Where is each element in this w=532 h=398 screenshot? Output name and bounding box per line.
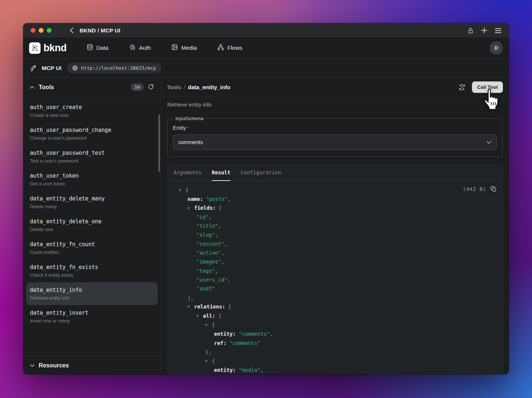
tools-sidebar: Tools 50 auth_user_create Create a new u…	[23, 78, 161, 374]
mcp-ui-bar: MCP UI http://localhost:28623/mcp	[23, 58, 509, 78]
json-line[interactable]: title,	[174, 221, 496, 230]
database-icon	[87, 44, 93, 52]
tool-name: auth_user_create	[30, 104, 154, 111]
tool-summary: Retrieve entity info	[167, 102, 503, 108]
tools-section-title: Tools	[39, 84, 54, 91]
json-line[interactable]: entitycomments,	[174, 329, 496, 338]
zoom-window-button[interactable]	[47, 28, 52, 33]
nav-item-label: Flows	[227, 45, 242, 51]
tool-detail-header: Tools / data_entity_info Call Tool	[161, 78, 509, 97]
json-line[interactable]: refcomments	[174, 339, 496, 348]
tool-list-item[interactable]: auth_user_password_change Change a user'…	[26, 122, 158, 145]
traffic-lights	[31, 28, 52, 33]
desktop-wallpaper: { "window": { "title": "BKND / MCP UI" }…	[0, 0, 532, 398]
tool-name: data_entity_insert	[30, 310, 154, 316]
expand-arrow-icon: ▼	[205, 321, 212, 329]
tool-list-item[interactable]: auth_user_create Create a new user	[26, 100, 158, 122]
tool-description: Test a user's password	[30, 158, 154, 164]
mcp-url-pill[interactable]: http://localhost:28623/mcp	[67, 63, 162, 73]
json-line[interactable]: nameposts,	[174, 195, 496, 203]
result-size-badge: (442 B)	[463, 186, 486, 192]
brand-logo[interactable]: bknd	[29, 42, 67, 54]
tool-list-item[interactable]: data_entity_delete_one Delete one	[26, 214, 158, 237]
entity-field-label: Entity*	[173, 125, 497, 131]
tools-section-header[interactable]: Tools 50	[23, 78, 161, 97]
tool-list-item[interactable]: auth_user_password_test Test a user's pa…	[26, 145, 158, 168]
tool-list-item[interactable]: data_entity_insert Insert one or many	[26, 305, 158, 328]
json-line[interactable]: content,	[174, 240, 496, 248]
tool-list-item[interactable]: data_entity_fn_exists Check if entity ex…	[26, 259, 158, 282]
refresh-icon	[148, 84, 154, 90]
breadcrumb-separator: /	[184, 84, 185, 90]
tool-description: Count entities	[30, 249, 154, 255]
resources-section-header[interactable]: Resources	[23, 356, 161, 374]
globe-icon	[72, 65, 78, 71]
back-button[interactable]	[69, 27, 74, 34]
result-tabs: Arguments Result Configuration	[168, 165, 502, 181]
tool-list-item[interactable]: auth_user_token Get a user token	[26, 168, 158, 191]
result-tab[interactable]: Result	[212, 165, 231, 181]
json-line[interactable]: ▼{	[174, 320, 496, 329]
json-line[interactable]: entitymedia,	[174, 366, 496, 374]
tool-description: Delete one	[30, 227, 154, 232]
call-tool-button[interactable]: Call Tool	[472, 81, 503, 93]
mcp-icon	[30, 65, 36, 71]
tools-count-badge: 50	[131, 83, 144, 91]
json-tree: ▼{nameposts,▼fields[id,title,slug,conten…	[174, 185, 496, 374]
tool-description: Retrieve entity info	[30, 295, 154, 301]
json-line[interactable]: ▼fields[	[174, 203, 496, 213]
close-window-button[interactable]	[31, 28, 35, 33]
app-window: BKND / MCP UI bknd Data	[23, 23, 509, 374]
json-line[interactable]: ▼relations{	[174, 302, 496, 311]
json-line[interactable]: ],	[174, 293, 496, 302]
json-line[interactable]: },	[174, 348, 496, 356]
nav-item-label: Media	[181, 45, 197, 51]
copy-result-button[interactable]	[490, 186, 497, 192]
json-line[interactable]: ▼{	[174, 356, 496, 366]
result-tab-label: Arguments	[174, 170, 202, 175]
entity-select[interactable]: comments	[173, 135, 497, 150]
user-avatar[interactable]: D	[490, 41, 503, 55]
json-line[interactable]: id,	[174, 213, 496, 221]
json-line[interactable]: images,	[174, 257, 496, 266]
new-tab-button[interactable]	[481, 27, 487, 34]
json-line[interactable]: ▼all[	[174, 311, 496, 321]
breadcrumb-section[interactable]: Tools	[167, 84, 181, 90]
avatar-initial: D	[494, 45, 498, 51]
tab-overview-button[interactable]	[495, 28, 501, 33]
fingerprint-icon	[129, 44, 136, 52]
tool-name: data_entity_delete_one	[30, 218, 154, 225]
json-line[interactable]: tags,	[174, 266, 496, 275]
result-tab[interactable]: Configuration	[241, 165, 281, 181]
nav-item[interactable]: Media	[171, 44, 197, 52]
tool-name: data_entity_info	[30, 287, 154, 293]
minimize-window-button[interactable]	[39, 28, 43, 33]
tool-list-item[interactable]: data_entity_delete_many Delete many	[26, 191, 158, 214]
nav-item[interactable]: Data	[87, 44, 109, 52]
result-tab[interactable]: Arguments	[174, 165, 202, 181]
nav-item[interactable]: Auth	[129, 44, 151, 52]
refresh-tools-button[interactable]	[148, 84, 154, 90]
lock-button[interactable]	[468, 27, 474, 34]
sidebar-scrollbar[interactable]	[158, 114, 160, 172]
bknd-logo-icon	[29, 42, 41, 54]
nav-item-label: Auth	[139, 45, 151, 51]
window-title: BKND / MCP UI	[80, 27, 120, 34]
json-line[interactable]: ▼{	[174, 185, 496, 195]
mcp-url: http://localhost:28623/mcp	[81, 65, 156, 71]
nav-item[interactable]: Flows	[217, 44, 242, 52]
json-line[interactable]: users_id,	[174, 275, 496, 284]
auto-refresh-off-button[interactable]	[458, 84, 466, 91]
required-asterisk: *	[187, 126, 189, 131]
tool-list-item[interactable]: data_entity_info Retrieve entity info	[26, 282, 158, 305]
json-line[interactable]: asdf	[174, 284, 496, 293]
title-bar: BKND / MCP UI	[23, 23, 509, 38]
tool-detail-body: Retrieve entity info InputSchema Entity*…	[161, 97, 509, 374]
json-line[interactable]: active,	[174, 248, 496, 257]
json-line[interactable]: slug,	[174, 230, 496, 239]
chevron-left-icon	[69, 27, 74, 34]
chevron-down-icon	[30, 364, 35, 367]
tool-description: Insert one or many	[30, 318, 154, 324]
input-schema-legend: InputSchema	[174, 116, 206, 121]
tool-list-item[interactable]: data_entity_fn_count Count entities	[26, 237, 158, 259]
